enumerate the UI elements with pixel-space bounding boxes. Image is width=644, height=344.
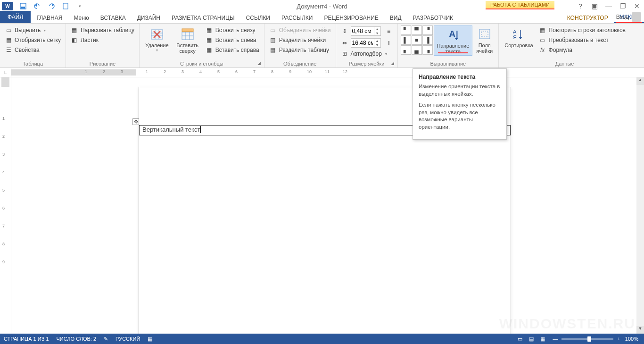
view-read-icon[interactable]: ▭ — [515, 335, 525, 343]
tab-table-design[interactable]: КОНСТРУКТОР — [561, 13, 614, 23]
align-top-left[interactable]: ▘ — [401, 25, 411, 35]
zoom-level[interactable]: 100% — [625, 336, 638, 342]
tab-view[interactable]: ВИД — [384, 13, 407, 23]
align-bot-right[interactable]: ▗ — [422, 45, 433, 55]
restore-icon[interactable]: ❐ — [619, 2, 627, 10]
select-button[interactable]: ▭Выделить▾ — [3, 25, 63, 35]
undo-icon[interactable] — [33, 2, 41, 10]
insert-left-button[interactable]: ▦Вставить слева — [204, 35, 261, 45]
autofit-button[interactable]: ⊞Автоподбор▾ — [339, 49, 395, 59]
group-alignment: ▘▀▝ ▌■▐ ▖▄▗ A Направлениетекста Поляячей… — [398, 24, 499, 67]
status-proofing-icon[interactable]: ✎ — [104, 336, 108, 342]
qat-dropdown-icon[interactable]: ▾ — [75, 2, 84, 10]
eraser-button[interactable]: ◧Ластик — [69, 35, 136, 45]
close-icon[interactable]: ✕ — [633, 2, 641, 10]
tab-review[interactable]: РЕЦЕНЗИРОВАНИЕ — [318, 13, 384, 23]
row-height-icon: ⇕ — [341, 27, 348, 35]
autofit-icon: ⊞ — [341, 50, 348, 58]
ribbon-tabs: ФАЙЛ ГЛАВНАЯ Меню ВСТАВКА ДИЗАЙН РАЗМЕТК… — [0, 12, 644, 24]
draw-table-button[interactable]: ▦Нарисовать таблицу — [69, 25, 136, 35]
delete-button[interactable]: Удаление▾ — [142, 25, 172, 53]
group-merge: ▭Объединить ячейки ▥Разделить ячейки ▤Ра… — [264, 24, 336, 67]
zoom-out-icon[interactable]: — — [553, 336, 558, 342]
zoom-knob[interactable] — [587, 336, 591, 342]
tooltip-para-2: Если нажать кнопку несколько раз, можно … — [419, 101, 501, 131]
split-table-button[interactable]: ▤Разделить таблицу — [267, 45, 333, 55]
scroll-down-icon[interactable]: ▼ — [636, 326, 644, 334]
col-width-input[interactable]: ▲▼ — [351, 38, 381, 48]
tab-page-layout[interactable]: РАЗМЕТКА СТРАНИЦЫ — [166, 13, 240, 23]
align-top-center[interactable]: ▀ — [412, 25, 422, 35]
properties-button[interactable]: ☰Свойства — [3, 45, 63, 55]
vertical-scrollbar[interactable]: ▲ ▼ — [636, 77, 644, 334]
tab-file[interactable]: ФАЙЛ — [0, 11, 31, 23]
text-direction-button[interactable]: A Направлениетекста — [434, 25, 473, 56]
status-word-count[interactable]: ЧИСЛО СЛОВ: 2 — [57, 336, 97, 342]
insert-above-button[interactable]: Вставить сверху — [173, 25, 203, 55]
zoom-in-icon[interactable]: + — [617, 336, 620, 342]
ribbon-display-icon[interactable]: ▣ — [590, 2, 599, 10]
tooltip-title: Направление текста — [419, 74, 501, 80]
page-area[interactable]: ✥ Вертикальный текст — [11, 77, 644, 334]
cell-size-dialog-launcher[interactable]: ◢ — [391, 61, 396, 67]
tab-insert[interactable]: ВСТАВКА — [95, 13, 132, 23]
convert-to-text-button[interactable]: ▭Преобразовать в текст — [537, 35, 627, 45]
align-top-right[interactable]: ▝ — [422, 25, 433, 35]
tab-menu[interactable]: Меню — [68, 13, 94, 23]
view-web-icon[interactable]: ▦ — [537, 335, 548, 343]
new-doc-icon[interactable] — [61, 2, 70, 10]
split-cells-button[interactable]: ▥Разделить ячейки — [267, 35, 333, 45]
ruler-corner: L — [0, 68, 11, 77]
status-page[interactable]: СТРАНИЦА 1 ИЗ 1 — [4, 336, 49, 342]
word-app-icon: W — [2, 2, 13, 10]
sort-button[interactable]: АЯ Сортировка — [502, 25, 536, 49]
row-height-input[interactable]: ▲▼ — [351, 26, 381, 36]
insert-right-button[interactable]: ▦Вставить справа — [204, 45, 261, 55]
horizontal-ruler[interactable]: L 321123456789101112 — [0, 68, 644, 77]
align-bot-left[interactable]: ▖ — [401, 45, 411, 55]
svg-rect-20 — [481, 31, 488, 37]
tab-mailings[interactable]: РАССЫЛКИ — [276, 13, 318, 23]
align-mid-center[interactable]: ■ — [412, 35, 422, 45]
spin-up-icon[interactable]: ▲ — [374, 27, 380, 31]
table-tools-context-label: РАБОТА С ТАБЛИЦАМИ — [486, 1, 554, 8]
tab-developer[interactable]: РАЗРАБОТЧИК — [407, 13, 459, 23]
tab-references[interactable]: ССЫЛКИ — [240, 13, 276, 23]
cell-margins-button[interactable]: Поляячейки — [473, 25, 495, 55]
merge-cells-button[interactable]: ▭Объединить ячейки — [267, 25, 333, 35]
scroll-up-icon[interactable]: ▲ — [636, 77, 644, 85]
view-print-icon[interactable]: ▤ — [526, 335, 537, 343]
cell-margins-icon — [477, 26, 492, 42]
status-macro-icon[interactable]: ▦ — [148, 336, 152, 342]
group-table-label: Таблица — [3, 60, 63, 67]
insert-col-right-icon: ▦ — [206, 46, 213, 54]
spin-up-icon[interactable]: ▲ — [374, 39, 380, 43]
rows-cols-dialog-launcher[interactable]: ◢ — [257, 61, 263, 67]
zoom-slider[interactable] — [561, 338, 613, 340]
tab-home[interactable]: ГЛАВНАЯ — [31, 13, 68, 23]
formula-button[interactable]: fxФормула — [537, 45, 627, 55]
distribute-cols-icon[interactable]: ⦀ — [385, 39, 393, 47]
vertical-ruler[interactable]: 123456789 — [0, 77, 11, 334]
table-move-handle[interactable]: ✥ — [132, 118, 139, 125]
status-language[interactable]: РУССКИЙ — [116, 336, 140, 342]
align-mid-right[interactable]: ▐ — [422, 35, 433, 45]
spin-down-icon[interactable]: ▼ — [374, 31, 380, 35]
redo-icon[interactable] — [47, 2, 56, 10]
window-controls: ? ▣ — ❐ ✕ — [576, 2, 641, 10]
spin-down-icon[interactable]: ▼ — [374, 43, 380, 47]
align-mid-left[interactable]: ▌ — [401, 35, 411, 45]
tooltip-text-direction: Направление текста Изменение ориентации … — [413, 68, 507, 140]
save-icon[interactable] — [19, 2, 27, 10]
tab-design[interactable]: ДИЗАЙН — [132, 13, 166, 23]
insert-below-button[interactable]: ▦Вставить снизу — [204, 25, 261, 35]
repeat-header-button[interactable]: ▦Повторить строки заголовков — [537, 25, 627, 35]
view-gridlines-button[interactable]: ▦Отобразить сетку — [3, 35, 63, 45]
help-icon[interactable]: ? — [576, 2, 585, 10]
minimize-icon[interactable]: — — [604, 2, 613, 10]
svg-text:А: А — [513, 29, 517, 34]
distribute-rows-icon[interactable]: ≡ — [385, 27, 393, 35]
repeat-header-icon: ▦ — [539, 26, 546, 34]
align-bot-center[interactable]: ▄ — [412, 45, 422, 55]
account-sign-in[interactable]: Вход — [616, 12, 641, 22]
